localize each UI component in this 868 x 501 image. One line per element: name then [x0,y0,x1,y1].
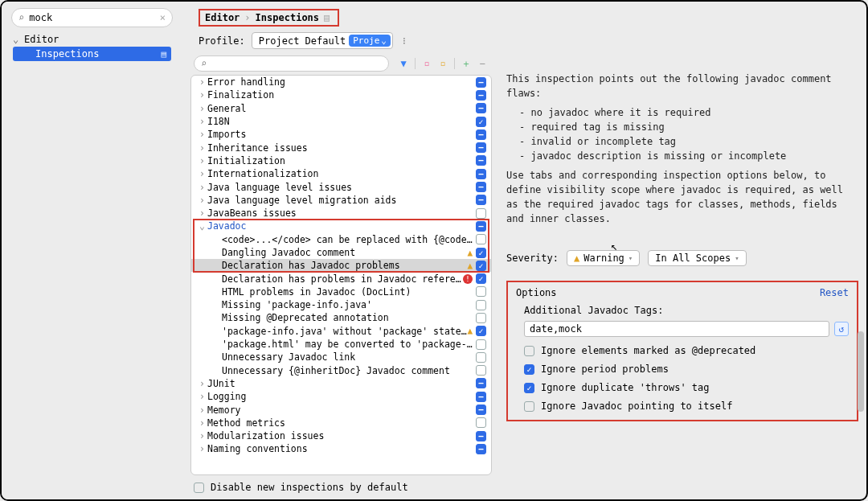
option-checkbox[interactable] [524,364,534,375]
settings-search[interactable]: ⌕ × [11,8,173,27]
tree-row[interactable]: Missing @Deprecated annotation [191,311,491,324]
tree-row[interactable]: JavaBeans issues [191,207,491,220]
tree-row[interactable]: 'package-info.java' without 'package' st… [191,325,491,338]
chevron-right-icon[interactable] [199,207,207,219]
inspection-checkbox[interactable] [476,77,486,88]
chevron-down-icon[interactable] [199,220,207,232]
tree-row[interactable]: Java language level issues [191,180,491,193]
profile-actions-icon[interactable]: ⁝ [399,35,409,47]
tree-row[interactable]: Unnecessary Javadoc link [191,351,491,363]
option-checkbox[interactable] [524,383,534,393]
scrollbar-thumb[interactable] [858,331,864,412]
add-icon[interactable]: ＋ [460,57,473,71]
inspection-checkbox[interactable] [476,273,486,284]
inspection-checkbox[interactable] [476,117,486,127]
tree-row[interactable]: Modularization issues [191,429,491,442]
inspection-checkbox[interactable] [476,169,486,179]
tree-row[interactable]: Internationalization [191,167,491,180]
option-checkbox[interactable] [524,401,534,412]
inspection-checkbox[interactable] [476,444,486,454]
inspection-checkbox[interactable] [476,365,486,376]
inspection-checkbox[interactable] [476,378,486,388]
tree-row[interactable]: <code>...</code> can be replaced with {@… [191,233,491,246]
inspection-checkbox[interactable] [476,182,486,192]
chevron-right-icon[interactable] [199,378,207,389]
tree-row[interactable]: Dangling Javadoc comment▲ [191,246,491,259]
revert-tags-button[interactable]: ↺ [834,322,849,336]
clear-search-icon[interactable]: × [160,12,166,23]
expand-icon[interactable]: ▫ [420,58,433,69]
chevron-right-icon[interactable] [199,89,207,101]
tree-row[interactable]: Declaration has problems in Javadoc refe… [191,272,491,285]
inspection-checkbox[interactable] [476,261,486,271]
tree-row[interactable]: Unnecessary {@inheritDoc} Javadoc commen… [191,364,491,377]
sidebar-group-editor[interactable]: ⌄ Editor [13,34,171,45]
inspections-tree[interactable]: Error handlingFinalizationGeneralI18NImp… [190,75,492,475]
chevron-right-icon[interactable] [199,76,207,88]
chevron-right-icon[interactable] [199,391,207,402]
inspection-checkbox[interactable] [476,248,486,258]
chevron-right-icon[interactable] [199,443,207,454]
scope-selector[interactable]: In All Scopes ▾ [648,250,746,266]
inspection-checkbox[interactable] [476,90,486,101]
tree-row[interactable]: Naming conventions [191,442,491,455]
inspection-checkbox[interactable] [476,431,486,441]
chevron-right-icon[interactable] [199,116,207,127]
settings-search-input[interactable] [29,12,160,23]
tree-row[interactable]: Missing 'package-info.java' [191,298,491,311]
tree-row[interactable]: HTML problems in Javadoc (DocLint) [191,285,491,298]
chevron-right-icon[interactable] [199,142,207,154]
tree-row[interactable]: 'package.html' may be converted to 'pack… [191,338,491,351]
filter-icon[interactable]: ▼ [397,58,410,69]
profile-selector[interactable]: Project Default Proje⌄ [252,32,393,49]
tree-row[interactable]: Method metrics [191,417,491,429]
tree-row[interactable]: Imports [191,128,491,141]
inspection-checkbox[interactable] [476,339,486,350]
inspection-checkbox[interactable] [476,392,486,402]
inspection-checkbox[interactable] [476,129,486,140]
inspection-checkbox[interactable] [476,300,486,310]
inspection-checkbox[interactable] [476,352,486,363]
tree-row[interactable]: Error handling [191,76,491,88]
option-checkbox[interactable] [524,346,534,356]
inspection-checkbox[interactable] [476,208,486,219]
chevron-right-icon[interactable] [199,182,207,193]
inspection-checkbox[interactable] [476,286,486,297]
reset-breadcrumb-icon[interactable]: ▤ [324,12,330,23]
additional-tags-input[interactable] [524,321,829,337]
chevron-right-icon[interactable] [199,430,207,441]
inspection-checkbox[interactable] [476,326,486,336]
chevron-right-icon[interactable] [199,129,207,140]
inspection-checkbox[interactable] [476,221,486,232]
tree-row[interactable]: Logging [191,390,491,403]
options-reset-link[interactable]: Reset [820,287,849,298]
tree-row[interactable]: Java language level migration aids [191,194,491,207]
tree-row[interactable]: Initialization [191,154,491,167]
tree-row[interactable]: General [191,102,491,115]
inspection-checkbox[interactable] [476,404,486,415]
inspection-checkbox[interactable] [476,195,486,205]
chevron-right-icon[interactable] [199,195,207,206]
inspection-checkbox[interactable] [476,142,486,153]
chevron-right-icon[interactable] [199,168,207,179]
tree-row[interactable]: Memory [191,403,491,416]
chevron-right-icon[interactable] [199,155,207,166]
inspection-checkbox[interactable] [476,313,486,323]
disable-new-inspections-checkbox[interactable] [194,483,204,493]
inspection-checkbox[interactable] [476,234,486,244]
chevron-right-icon[interactable] [199,103,207,114]
tree-row[interactable]: Inheritance issues [191,141,491,154]
sidebar-item-inspections[interactable]: Inspections ▤ [13,47,171,61]
chevron-right-icon[interactable] [199,417,207,429]
tree-row[interactable]: JUnit [191,377,491,390]
inspections-search[interactable]: ⌕ [194,55,389,72]
tree-row[interactable]: Declaration has Javadoc problems▲ [191,259,491,272]
severity-selector[interactable]: ▲ Warning ▾ [567,250,640,266]
inspection-checkbox[interactable] [476,155,486,166]
tree-row[interactable]: Finalization [191,88,491,101]
tree-row[interactable]: I18N [191,115,491,128]
remove-icon[interactable]: − [476,58,489,69]
tree-row[interactable]: Javadoc [191,220,491,232]
collapse-icon[interactable]: ▫ [436,58,449,69]
inspection-checkbox[interactable] [476,417,486,428]
